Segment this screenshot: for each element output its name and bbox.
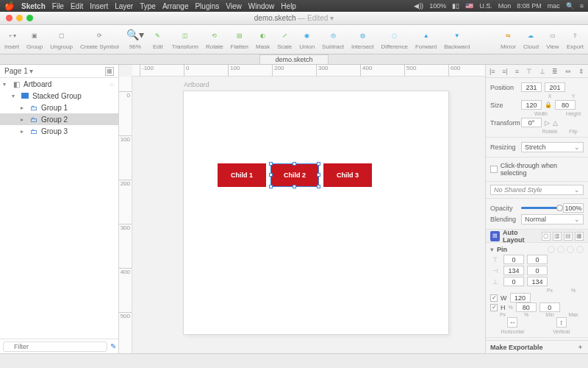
zoom-control[interactable]: 🔍▾96% — [126, 29, 144, 50]
opacity-field[interactable]: 100% — [563, 203, 584, 213]
distribute-v-icon[interactable]: ⇕ — [578, 68, 584, 75]
intersect-tool[interactable]: ◍Intersect — [351, 29, 374, 50]
flag-icon[interactable]: 🇺🇸 — [465, 2, 473, 10]
slider-knob[interactable] — [556, 205, 563, 211]
pin-width-checkbox[interactable]: ✓ — [490, 294, 498, 302]
disclosure-right-icon[interactable]: ▸ — [21, 116, 26, 123]
resizing-dropdown[interactable]: Stretch — [521, 142, 584, 152]
pin-preset-3-icon[interactable] — [567, 246, 574, 253]
menu-arrange[interactable]: Arrange — [162, 2, 189, 10]
resize-handle-sw[interactable] — [269, 185, 273, 188]
union-tool[interactable]: ◉Union — [299, 29, 315, 50]
backward-tool[interactable]: ▼Backward — [444, 29, 470, 50]
menu-edit[interactable]: Edit — [71, 2, 83, 10]
ungroup-tool[interactable]: ▢Ungroup — [50, 29, 73, 50]
blending-dropdown[interactable]: Normal — [521, 214, 584, 224]
menu-type[interactable]: Type — [140, 2, 156, 10]
menu-insert[interactable]: Insert — [90, 2, 108, 10]
layer-group-1[interactable]: ▸ 🗀 Group 1 — [0, 102, 118, 113]
export-tool[interactable]: ⇪Export — [567, 29, 584, 50]
pin-preset-1-icon[interactable] — [548, 246, 555, 253]
disclosure-down-icon[interactable]: ▾ — [12, 93, 18, 99]
flip-h-icon[interactable]: ▷ — [545, 119, 550, 127]
layer-filter-input[interactable] — [3, 342, 107, 352]
align-vertical-icon[interactable]: ↕ — [556, 317, 567, 328]
insert-tool[interactable]: ＋▾Insert — [4, 29, 19, 50]
resize-handle-nw[interactable] — [269, 162, 273, 166]
pin-bottom-icon[interactable]: ⊥ — [490, 278, 501, 286]
layer-stacked-group[interactable]: ▾ Stacked Group — [0, 90, 118, 102]
size-height-field[interactable]: 80 — [555, 100, 576, 110]
align-horizontal-icon[interactable]: ↔ — [507, 317, 517, 328]
make-exportable-button[interactable]: Make Exportable＋ — [486, 340, 588, 353]
opacity-slider[interactable] — [521, 207, 560, 209]
pin-right-icon[interactable]: ⊣ — [490, 267, 501, 275]
pin-right-field[interactable]: 134 — [503, 266, 524, 275]
pin-height-checkbox[interactable]: ✓ — [490, 304, 498, 311]
layer-group-3[interactable]: ▸ 🗀 Group 3 — [0, 125, 118, 137]
flatten-tool[interactable]: ▤Flatten — [231, 29, 248, 50]
menu-view[interactable]: View — [226, 2, 242, 10]
rotate-field[interactable]: 0° — [521, 118, 542, 127]
stack-v-icon[interactable]: ▤ — [564, 232, 573, 241]
scale-tool[interactable]: ⤢Scale — [277, 29, 292, 50]
disclosure-right-icon[interactable]: ▸ — [21, 105, 26, 111]
document-tab[interactable]: demo.sketch — [259, 54, 328, 64]
edit-tool[interactable]: ✎Edit — [151, 29, 165, 50]
layer-group-2[interactable]: ▸ 🗀 Group 2 — [0, 113, 118, 125]
pin-width-field[interactable]: 120 — [510, 293, 531, 302]
menu-layer[interactable]: Layer — [115, 2, 133, 10]
rotate-tool[interactable]: ⟲Rotate — [206, 29, 223, 50]
page-list-toggle-icon[interactable]: ▦ — [105, 67, 114, 76]
clock-time[interactable]: 8:08 PM — [517, 2, 542, 10]
clickthrough-checkbox[interactable] — [490, 166, 498, 173]
input-lang[interactable]: U.S. — [479, 2, 492, 10]
align-bottom-icon[interactable]: ⊥ — [539, 68, 545, 75]
menu-file[interactable]: File — [52, 2, 64, 10]
pin-top-icon[interactable]: ⊤ — [490, 256, 501, 263]
shared-style-dropdown[interactable]: No Shared Style — [490, 185, 584, 195]
pin-top-field[interactable]: 0 — [503, 255, 524, 264]
apple-menu-icon[interactable]: 🍎 — [4, 1, 15, 11]
resize-handle-n[interactable] — [293, 162, 296, 166]
visibility-dot-icon[interactable]: ○ — [110, 80, 118, 88]
pin-bottom-pct-field[interactable]: 134 — [527, 277, 548, 286]
menu-window[interactable]: Window — [248, 2, 275, 10]
filter-slice-icon[interactable]: ✎ — [110, 342, 116, 351]
view-tool[interactable]: ▭View — [546, 29, 559, 50]
disclosure-down-icon[interactable]: ▾ — [3, 81, 9, 88]
canvas-child-1[interactable]: Child 1 — [218, 163, 266, 187]
pin-preset-4-icon[interactable] — [576, 246, 584, 253]
layer-artboard[interactable]: ▾ ◧ Artboard ○ — [0, 78, 118, 90]
align-top-icon[interactable]: ⊤ — [526, 68, 532, 75]
resize-handle-e[interactable] — [317, 173, 320, 177]
group-tool[interactable]: ▣Group — [26, 29, 43, 50]
distribute-h-icon[interactable]: ⇔ — [565, 68, 571, 75]
align-middle-icon[interactable]: ≣ — [552, 68, 558, 75]
forward-tool[interactable]: ▲Forward — [415, 29, 437, 50]
spotlight-icon[interactable]: 🔍 — [566, 2, 574, 10]
pin-top-pct-field[interactable]: 0 — [527, 255, 548, 264]
stack-grid-icon[interactable]: ▦ — [575, 232, 584, 241]
resize-handle-w[interactable] — [269, 173, 273, 177]
menu-plugins[interactable]: Plugins — [195, 2, 219, 10]
artboard-title[interactable]: Artboard — [184, 81, 209, 88]
create-symbol-tool[interactable]: ⟳Create Symbol — [80, 29, 119, 50]
pin-height-pct-field[interactable]: 0 — [539, 302, 560, 312]
stack-folder-icon[interactable]: ▢ — [542, 232, 551, 241]
mirror-tool[interactable]: ⇆Mirror — [501, 29, 516, 50]
user-name[interactable]: mac — [548, 2, 560, 10]
pin-preset-2-icon[interactable] — [557, 246, 564, 253]
disclosure-right-icon[interactable]: ▸ — [21, 128, 26, 135]
pin-height-px-field[interactable]: 80 — [516, 302, 537, 312]
align-right-icon[interactable]: ≡| — [502, 68, 508, 75]
lock-aspect-icon[interactable]: 🔒 — [545, 102, 552, 108]
clock-day[interactable]: Mon — [498, 2, 512, 10]
volume-icon[interactable]: ◀)) — [414, 2, 423, 10]
pin-right-pct-field[interactable]: 0 — [527, 266, 548, 275]
artboard[interactable] — [184, 91, 448, 334]
align-center-icon[interactable]: ≡ — [515, 68, 519, 75]
app-name[interactable]: Sketch — [21, 2, 46, 10]
size-width-field[interactable]: 120 — [521, 100, 542, 110]
transform-tool[interactable]: ◫Transform — [172, 29, 198, 50]
